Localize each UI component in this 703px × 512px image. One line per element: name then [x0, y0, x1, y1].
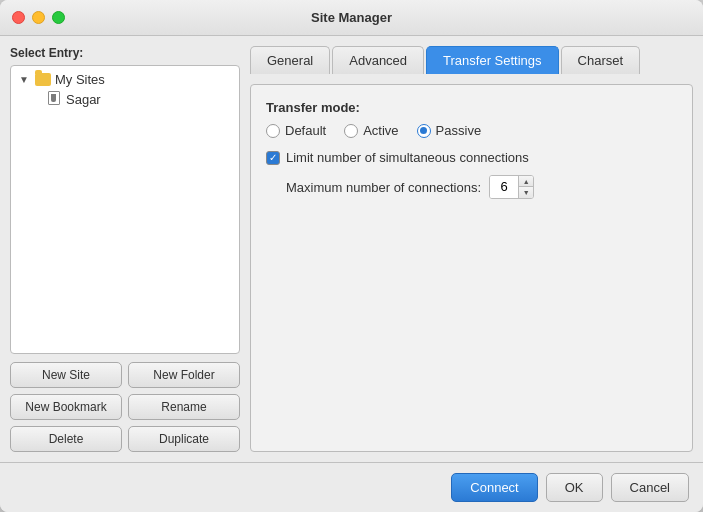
- site-manager-window: Site Manager Select Entry: ▼ My Sites: [0, 0, 703, 512]
- radio-circle-passive: [417, 124, 431, 138]
- delete-button[interactable]: Delete: [10, 426, 122, 452]
- site-label: Sagar: [66, 92, 101, 107]
- window-controls: [12, 11, 65, 24]
- radio-label-active: Active: [363, 123, 398, 138]
- limit-connections-label: Limit number of simultaneous connections: [286, 150, 529, 165]
- new-site-button[interactable]: New Site: [10, 362, 122, 388]
- radio-circle-default: [266, 124, 280, 138]
- tab-advanced[interactable]: Advanced: [332, 46, 424, 74]
- tag-icon: [51, 94, 56, 102]
- checkmark-icon: ✓: [269, 153, 277, 163]
- connect-button[interactable]: Connect: [451, 473, 537, 502]
- bottom-bar: Connect OK Cancel: [0, 462, 703, 512]
- window-body: Select Entry: ▼ My Sites Sagar: [0, 36, 703, 462]
- tabs-row: General Advanced Transfer Settings Chars…: [250, 46, 693, 74]
- minimize-button[interactable]: [32, 11, 45, 24]
- select-entry-label: Select Entry:: [10, 46, 240, 60]
- max-connections-label: Maximum number of connections:: [286, 180, 481, 195]
- tree-child-sagar[interactable]: Sagar: [43, 89, 235, 109]
- maximize-button[interactable]: [52, 11, 65, 24]
- close-button[interactable]: [12, 11, 25, 24]
- max-connections-row: Maximum number of connections: ▲ ▼: [286, 175, 677, 199]
- folder-icon: [35, 73, 51, 86]
- radio-circle-active: [344, 124, 358, 138]
- page-icon: [48, 91, 60, 105]
- tree-folder-my-sites[interactable]: ▼ My Sites: [15, 70, 235, 89]
- duplicate-button[interactable]: Duplicate: [128, 426, 240, 452]
- title-bar: Site Manager: [0, 0, 703, 36]
- spinner-down-arrow[interactable]: ▼: [519, 187, 533, 198]
- spinner-up-arrow[interactable]: ▲: [519, 176, 533, 187]
- site-tree: ▼ My Sites Sagar: [10, 65, 240, 354]
- radio-passive[interactable]: Passive: [417, 123, 482, 138]
- tab-general[interactable]: General: [250, 46, 330, 74]
- max-connections-spinner: ▲ ▼: [489, 175, 534, 199]
- transfer-mode-label: Transfer mode:: [266, 100, 677, 115]
- spinner-arrows: ▲ ▼: [518, 176, 533, 198]
- radio-default[interactable]: Default: [266, 123, 326, 138]
- radio-label-passive: Passive: [436, 123, 482, 138]
- radio-active[interactable]: Active: [344, 123, 398, 138]
- tab-charset[interactable]: Charset: [561, 46, 641, 74]
- ok-button[interactable]: OK: [546, 473, 603, 502]
- new-folder-button[interactable]: New Folder: [128, 362, 240, 388]
- window-title: Site Manager: [311, 10, 392, 25]
- transfer-mode-radio-group: Default Active Passive: [266, 123, 677, 138]
- max-connections-input[interactable]: [490, 176, 518, 198]
- chevron-down-icon: ▼: [19, 74, 31, 85]
- cancel-button[interactable]: Cancel: [611, 473, 689, 502]
- right-panel: General Advanced Transfer Settings Chars…: [250, 46, 693, 452]
- new-bookmark-button[interactable]: New Bookmark: [10, 394, 122, 420]
- limit-connections-checkbox[interactable]: ✓: [266, 151, 280, 165]
- left-panel: Select Entry: ▼ My Sites Sagar: [10, 46, 240, 452]
- site-icon: [47, 91, 61, 107]
- tab-transfer-settings[interactable]: Transfer Settings: [426, 46, 559, 74]
- folder-label: My Sites: [55, 72, 105, 87]
- limit-connections-row: ✓ Limit number of simultaneous connectio…: [266, 150, 677, 165]
- tab-content-transfer-settings: Transfer mode: Default Active Passive: [250, 84, 693, 452]
- rename-button[interactable]: Rename: [128, 394, 240, 420]
- left-buttons: New Site New Folder New Bookmark Rename …: [10, 362, 240, 452]
- radio-label-default: Default: [285, 123, 326, 138]
